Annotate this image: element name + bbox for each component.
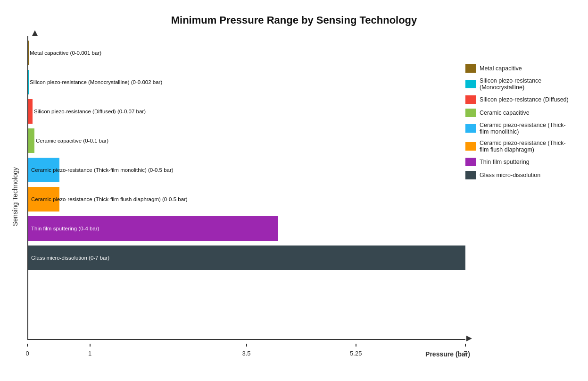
bar-row: Ceramic piezo-resistance (Thick-film flu… (28, 187, 465, 212)
bar: Ceramic piezo-resistance (Thick-film flu… (28, 187, 59, 212)
legend-label: Glass micro-dissolution (480, 172, 540, 178)
legend-item: Thin film sputtering (465, 158, 569, 166)
chart-body: Sensing Technology Metal capacitive (0-0… (9, 36, 579, 357)
bar-label: Silicon piezo-resistance (Monocrystallin… (30, 79, 162, 85)
bar-label: Silicon piezo-resistance (Diffused) (0-0… (34, 109, 146, 114)
chart-title: Minimum Pressure Range by Sensing Techno… (9, 14, 579, 26)
bar-label: Ceramic capacitive (0-0.1 bar) (36, 138, 108, 144)
bar-label: Glass micro-dissolution (0-7 bar) (31, 255, 109, 261)
bar-row: Ceramic capacitive (0-0.1 bar) (28, 128, 465, 153)
tick-mark (90, 344, 91, 347)
legend-item: Glass micro-dissolution (465, 171, 569, 179)
tick-mark (27, 344, 28, 347)
y-axis-label: Sensing Technology (9, 36, 21, 357)
x-tick: 1 (88, 350, 91, 357)
bar-label: Ceramic piezo-resistance (Thick-film flu… (31, 196, 188, 202)
bar-row: Ceramic piezo-resistance (Thick-film mon… (28, 158, 465, 182)
legend-swatch (465, 124, 476, 133)
legend-item: Ceramic piezo-resistance (Thick-film mon… (465, 122, 569, 135)
bar-label: Metal capacitive (0-0.001 bar) (30, 50, 101, 56)
legend-swatch (465, 64, 476, 73)
tick-mark (246, 344, 247, 347)
bar-row: Thin film sputtering (0-4 bar) (28, 216, 465, 241)
bar-row: Glass micro-dissolution (0-7 bar) (28, 246, 465, 270)
legend-label: Metal capacitive (480, 65, 522, 72)
legend-item: Ceramic piezo-resistance (Thick-film flu… (465, 140, 569, 153)
legend-label: Ceramic piezo-resistance (Thick-film mon… (480, 122, 569, 135)
bar-label: Thin film sputtering (0-4 bar) (31, 226, 99, 231)
bar-row: Metal capacitive (0-0.001 bar) (28, 41, 465, 65)
y-axis-arrow (32, 30, 38, 36)
legend-swatch (465, 158, 476, 166)
bar: Thin film sputtering (0-4 bar) (28, 216, 278, 241)
x-axis-label: Pressure (bar) (425, 350, 470, 358)
legend-swatch (465, 109, 476, 117)
bar: Glass micro-dissolution (0-7 bar) (28, 246, 465, 270)
legend: Metal capacitiveSilicon piezo-resistance… (465, 64, 569, 179)
legend-swatch (465, 171, 476, 179)
bar-row: Silicon piezo-resistance (Diffused) (0-0… (28, 99, 465, 124)
legend-item: Silicon piezo-resistance (Diffused) (465, 95, 569, 104)
bar-row: Silicon piezo-resistance (Monocrystallin… (28, 70, 465, 94)
legend-item: Silicon piezo-resistance (Monocrystallin… (465, 77, 569, 91)
legend-label: Silicon piezo-resistance (Monocrystallin… (480, 77, 569, 91)
legend-label: Ceramic piezo-resistance (Thick-film flu… (480, 140, 569, 153)
x-tick: 3.5 (242, 350, 250, 357)
x-tick: 5.25 (350, 350, 362, 357)
bar-label: Ceramic piezo-resistance (Thick-film mon… (31, 167, 174, 173)
x-tick: 0 (25, 350, 29, 357)
bar: Ceramic piezo-resistance (Thick-film mon… (28, 158, 59, 182)
plot-area: Metal capacitive (0-0.001 bar)Silicon pi… (27, 36, 465, 340)
legend-label: Ceramic capacitive (480, 110, 530, 116)
tick-mark (465, 344, 466, 347)
legend-swatch (465, 142, 476, 151)
legend-label: Silicon piezo-resistance (Diffused) (480, 96, 569, 103)
x-axis-arrow (466, 336, 472, 341)
legend-label: Thin film sputtering (480, 159, 530, 165)
legend-item: Ceramic capacitive (465, 109, 569, 117)
bar (28, 99, 33, 124)
chart-container: Minimum Pressure Range by Sensing Techno… (0, 0, 588, 381)
legend-item: Metal capacitive (465, 64, 569, 73)
bar (28, 128, 34, 153)
legend-swatch (465, 80, 476, 88)
legend-swatch (465, 95, 476, 104)
tick-mark (356, 344, 356, 347)
